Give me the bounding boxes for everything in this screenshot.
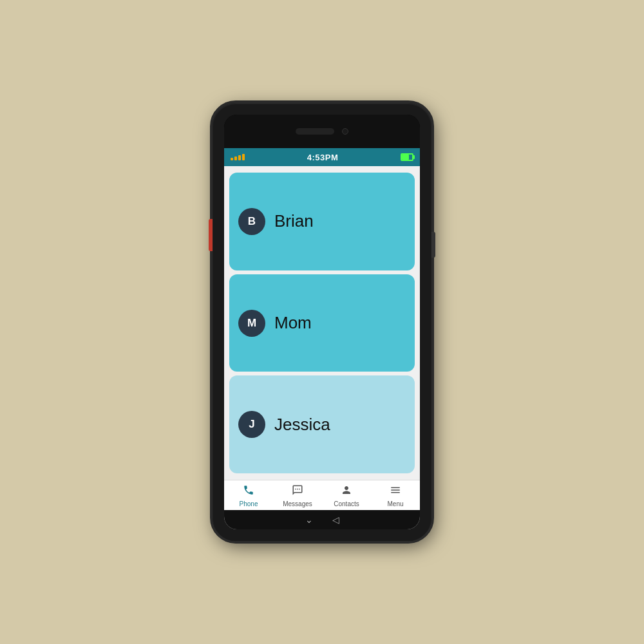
signal-bar-1 xyxy=(231,158,233,160)
contact-item-jessica[interactable]: J Jessica xyxy=(229,375,415,473)
battery-fill xyxy=(402,155,409,160)
contact-avatar-brian: B xyxy=(238,208,265,235)
contact-avatar-jessica: J xyxy=(238,411,265,438)
nav-bar: Phone Messages C xyxy=(224,480,420,510)
messages-icon xyxy=(292,484,303,499)
nav-item-menu[interactable]: Menu xyxy=(379,484,412,507)
camera xyxy=(342,128,348,135)
nav-label-menu: Menu xyxy=(387,500,403,507)
status-bar: 4:53PM xyxy=(224,148,420,166)
contact-list: B Brian M Mom J Jessica xyxy=(224,166,420,480)
system-nav-bar: ⌄ ◁ xyxy=(224,510,420,529)
battery-icon xyxy=(401,153,413,161)
phone-device: 4:53PM B Brian M Mom J Jessica xyxy=(213,103,431,541)
signal-bar-4 xyxy=(242,154,245,160)
contact-name-brian: Brian xyxy=(274,211,314,231)
menu-icon xyxy=(390,484,401,499)
phone-screen-area: 4:53PM B Brian M Mom J Jessica xyxy=(224,115,420,529)
nav-down-button[interactable]: ⌄ xyxy=(305,515,313,525)
contact-item-mom[interactable]: M Mom xyxy=(229,274,415,372)
signal-bar-2 xyxy=(234,156,237,160)
side-button-left[interactable] xyxy=(209,219,213,251)
phone-top-bar xyxy=(224,115,420,148)
contact-item-brian[interactable]: B Brian xyxy=(229,173,415,270)
nav-label-messages: Messages xyxy=(283,500,312,507)
screen: 4:53PM B Brian M Mom J Jessica xyxy=(224,148,420,529)
side-button-right[interactable] xyxy=(431,232,435,258)
contacts-icon xyxy=(341,484,352,499)
phone-icon xyxy=(243,484,254,499)
signal-bar-3 xyxy=(238,155,241,160)
contact-name-jessica: Jessica xyxy=(274,415,330,435)
nav-item-contacts[interactable]: Contacts xyxy=(330,484,363,507)
nav-label-phone: Phone xyxy=(240,500,258,507)
nav-label-contacts: Contacts xyxy=(334,500,359,507)
nav-item-phone[interactable]: Phone xyxy=(232,484,265,507)
contact-avatar-mom: M xyxy=(238,310,265,337)
status-time: 4:53PM xyxy=(307,153,339,162)
nav-item-messages[interactable]: Messages xyxy=(281,484,314,507)
nav-back-button[interactable]: ◁ xyxy=(332,515,339,525)
contact-name-mom: Mom xyxy=(274,313,312,333)
earpiece xyxy=(296,128,334,135)
signal-bars xyxy=(231,154,245,160)
